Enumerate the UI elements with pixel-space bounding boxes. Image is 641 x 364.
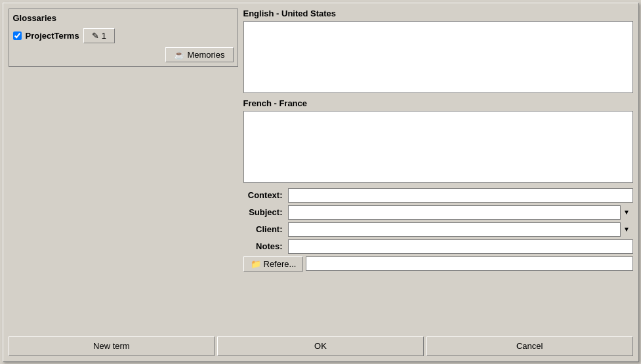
cup-icon: ☕ <box>174 50 184 60</box>
client-row: Client: ▼ <box>243 222 633 237</box>
subject-label: Subject: <box>243 207 283 217</box>
folder-icon: 📁 <box>251 259 261 269</box>
glossaries-box: Glossaries ProjectTerms ✎ 1 ☕ Memories <box>9 9 238 67</box>
left-panel: Glossaries ProjectTerms ✎ 1 ☕ Memories <box>9 9 238 329</box>
english-label: English - United States <box>243 9 633 18</box>
client-label: Client: <box>243 224 283 234</box>
ok-button[interactable]: OK <box>217 336 424 356</box>
context-label: Context: <box>243 190 283 200</box>
pencil-icon: ✎ <box>92 31 99 41</box>
edit-button[interactable]: ✎ 1 <box>83 28 115 43</box>
new-term-button[interactable]: New term <box>9 336 215 356</box>
dialog-footer: New term OK Cancel <box>9 334 633 356</box>
glossaries-title: Glossaries <box>13 13 234 23</box>
edit-button-label: 1 <box>102 31 106 41</box>
notes-input[interactable] <box>288 239 633 254</box>
client-select-wrapper: ▼ <box>288 222 633 237</box>
subject-select[interactable] <box>288 205 633 220</box>
right-panel: English - United States French - France … <box>243 9 633 329</box>
french-section: French - France <box>243 98 633 183</box>
memories-button[interactable]: ☕ Memories <box>165 47 233 62</box>
reference-button[interactable]: 📁 Refere... <box>243 256 304 272</box>
project-terms-label: ProjectTerms <box>26 31 79 41</box>
reference-input[interactable] <box>306 256 632 271</box>
notes-row: Notes: <box>243 239 633 254</box>
project-terms-checkbox[interactable] <box>13 31 22 40</box>
reference-button-label: Refere... <box>264 259 297 269</box>
french-textarea[interactable] <box>243 111 633 183</box>
notes-label: Notes: <box>243 241 283 251</box>
french-label: French - France <box>243 98 633 108</box>
dialog-body: Glossaries ProjectTerms ✎ 1 ☕ Memories <box>9 9 633 329</box>
english-textarea[interactable] <box>243 21 633 93</box>
client-select[interactable] <box>288 222 633 237</box>
memories-button-label: Memories <box>187 50 224 60</box>
reference-row: 📁 Refere... <box>243 256 633 272</box>
context-row: Context: <box>243 188 633 203</box>
fields-section: Context: Subject: ▼ Client: <box>243 188 633 272</box>
english-section: English - United States <box>243 9 633 93</box>
glossary-row: ProjectTerms ✎ 1 <box>13 28 234 43</box>
subject-select-wrapper: ▼ <box>288 205 633 220</box>
memories-row: ☕ Memories <box>13 47 234 62</box>
dialog: Glossaries ProjectTerms ✎ 1 ☕ Memories <box>3 3 639 362</box>
context-input[interactable] <box>288 188 633 203</box>
cancel-button[interactable]: Cancel <box>426 336 633 356</box>
subject-row: Subject: ▼ <box>243 205 633 220</box>
